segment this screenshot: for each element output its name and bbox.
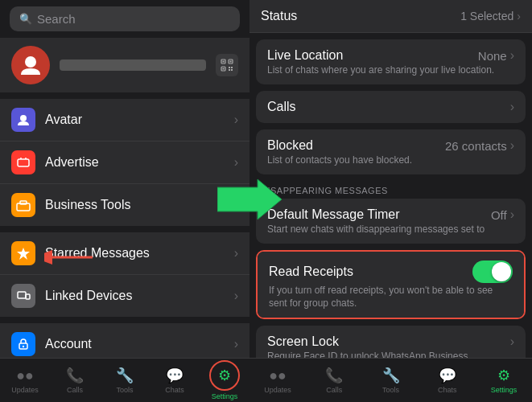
settings-circle-highlight: ⚙: [209, 360, 240, 391]
qr-code-button[interactable]: [216, 54, 238, 76]
settings-tab-label: Settings: [212, 392, 238, 400]
r-chats-icon: 💬: [439, 367, 456, 384]
screen-lock-chevron: ›: [510, 334, 514, 349]
r-tab-updates[interactable]: ●● Updates: [250, 367, 306, 394]
blocked-value: 26 contacts: [445, 139, 507, 153]
svg-point-19: [23, 346, 24, 347]
menu-item-linked-devices[interactable]: Linked Devices ›: [0, 275, 250, 317]
tab-tools[interactable]: 🔧 Tools: [100, 367, 150, 394]
r-tab-settings[interactable]: ⚙ Settings: [476, 367, 532, 394]
default-timer-chevron: ›: [510, 207, 514, 222]
calls-item[interactable]: Calls ›: [256, 91, 526, 123]
blocked-section: Blocked 26 contacts › List of contacts y…: [250, 129, 532, 174]
tools-tab-label: Tools: [116, 386, 133, 394]
red-arrow-privacy: [44, 241, 101, 277]
tab-settings[interactable]: ⚙ Settings: [200, 360, 250, 400]
business-tools-icon: [11, 193, 35, 217]
r-tab-tools[interactable]: 🔧 Tools: [362, 367, 419, 394]
tab-updates[interactable]: ●● Updates: [0, 367, 50, 394]
search-placeholder: Search: [37, 12, 76, 26]
calls-section: Calls ›: [250, 91, 532, 123]
calls-icon: 📞: [66, 367, 84, 384]
tab-chats[interactable]: 💬 Chats: [150, 367, 200, 394]
svg-rect-16: [18, 292, 26, 298]
read-receipts-label: Read Receipts: [269, 265, 472, 279]
live-location-item[interactable]: Live Location None › List of chats where…: [256, 39, 526, 84]
status-value: 1 Selected: [460, 10, 513, 23]
right-content: Live Location None › List of chats where…: [250, 39, 532, 402]
advertise-icon: [11, 150, 35, 174]
tools-icon: 🔧: [116, 367, 134, 384]
svg-marker-15: [17, 248, 30, 260]
default-timer-item[interactable]: Default Message Timer Off › Start new ch…: [256, 199, 526, 244]
avatar-icon: [11, 108, 35, 132]
advertise-chevron: ›: [234, 155, 238, 170]
profile-name: [60, 59, 206, 71]
status-chevron: ›: [517, 10, 521, 23]
r-settings-label: Settings: [491, 386, 518, 394]
menu-section-2: Starred Messages › Linked Devices ›: [0, 232, 250, 317]
profile-row[interactable]: [0, 38, 250, 92]
menu-item-advertise[interactable]: Advertise ›: [0, 142, 250, 184]
r-tab-calls[interactable]: 📞 Calls: [306, 367, 362, 394]
r-tools-label: Tools: [382, 386, 399, 394]
starred-icon: [11, 241, 35, 265]
read-receipts-toggle[interactable]: [472, 260, 513, 283]
menu-section-1: Avatar › Advertise › Business Tools ›: [0, 99, 250, 226]
svg-rect-10: [231, 69, 233, 71]
status-label: Status: [261, 9, 460, 23]
r-calls-label: Calls: [326, 386, 342, 394]
read-receipts-sub2: sent for group chats.: [269, 297, 357, 309]
business-tools-label: Business Tools: [45, 198, 234, 212]
r-updates-label: Updates: [264, 386, 291, 394]
menu-item-business-tools[interactable]: Business Tools ›: [0, 184, 250, 226]
default-timer-value: Off: [491, 208, 507, 222]
blocked-sub: List of contacts you have blocked.: [267, 154, 412, 166]
linked-devices-icon: [11, 284, 35, 308]
r-chats-label: Chats: [438, 386, 457, 394]
search-bar[interactable]: 🔍 Search: [10, 6, 240, 31]
left-panel: 🔍 Search: [0, 0, 250, 402]
svg-marker-24: [217, 179, 282, 219]
starred-chevron: ›: [234, 246, 238, 260]
avatar-label: Avatar: [45, 113, 234, 127]
menu-item-starred[interactable]: Starred Messages ›: [0, 232, 250, 275]
read-receipts-sub: If you turn off read receipts, you won't…: [269, 285, 493, 296]
default-timer-label: Default Message Timer: [267, 207, 491, 222]
read-receipts-item[interactable]: Read Receipts If you turn off read recei…: [258, 252, 524, 318]
live-location-chevron: ›: [510, 48, 514, 63]
right-tab-bar: ●● Updates 📞 Calls 🔧 Tools 💬 Chats ⚙ Set…: [250, 358, 532, 402]
big-arrow-container: [217, 175, 282, 227]
disappearing-header: Disappearing Messages: [250, 181, 532, 199]
blocked-label: Blocked: [267, 138, 445, 153]
settings-icon: ⚙: [218, 367, 231, 384]
status-row: Status 1 Selected ›: [250, 0, 532, 33]
blocked-chevron: ›: [510, 138, 514, 153]
blocked-item[interactable]: Blocked 26 contacts › List of contacts y…: [256, 129, 526, 174]
svg-rect-17: [26, 294, 30, 299]
svg-rect-7: [229, 67, 230, 68]
tab-calls[interactable]: 📞 Calls: [50, 367, 100, 394]
updates-icon: ●●: [16, 367, 34, 384]
live-location-section: Live Location None › List of chats where…: [250, 39, 532, 84]
live-location-value: None: [478, 49, 507, 63]
linked-devices-chevron: ›: [234, 289, 238, 303]
r-tab-chats[interactable]: 💬 Chats: [419, 367, 476, 394]
live-location-sub: List of chats where you are sharing your…: [267, 64, 494, 76]
default-timer-sub: Start new chats with disappearing messag…: [267, 224, 485, 235]
r-updates-icon: ●●: [269, 367, 287, 384]
svg-rect-14: [20, 201, 27, 204]
account-chevron: ›: [234, 337, 238, 351]
disappearing-section: Disappearing Messages Default Message Ti…: [250, 181, 532, 244]
svg-rect-4: [223, 61, 225, 63]
menu-item-avatar[interactable]: Avatar ›: [0, 99, 250, 142]
big-green-arrow: [217, 175, 282, 224]
advertise-label: Advertise: [45, 155, 234, 170]
svg-rect-6: [223, 68, 225, 70]
chats-tab-label: Chats: [165, 386, 184, 394]
r-settings-icon: ⚙: [497, 367, 510, 384]
calls-label: Calls: [267, 100, 510, 114]
toggle-knob: [492, 262, 511, 281]
avatar-chevron: ›: [234, 113, 238, 127]
svg-rect-12: [18, 159, 29, 166]
